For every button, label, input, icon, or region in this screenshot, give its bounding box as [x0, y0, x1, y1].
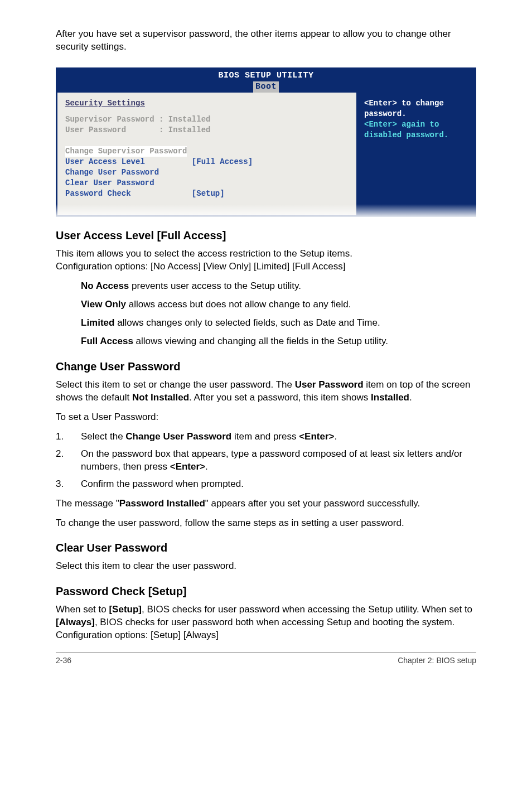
intro-paragraph: After you have set a supervisor password…	[56, 28, 476, 54]
page-number: 2-36	[56, 655, 71, 666]
view-only-desc: View Only allows access but does not all…	[81, 298, 476, 311]
bios-help-panel: <Enter> to change password. <Enter> agai…	[357, 93, 475, 215]
page-footer: 2-36 Chapter 2: BIOS setup	[56, 652, 476, 666]
user-password-label: User Password	[65, 125, 159, 134]
clear-user-password-desc: Select this item to clear the user passw…	[56, 560, 476, 573]
password-check-desc: When set to [Setup], BIOS checks for use…	[56, 603, 476, 642]
bios-title: BIOS SETUP UTILITY	[218, 71, 313, 80]
change-password-note: To change the user password, follow the …	[56, 517, 476, 530]
step-3-text: Confirm the password when prompted.	[81, 478, 476, 491]
cup-description: Select this item to set or change the us…	[56, 379, 476, 404]
step-number: 3.	[56, 478, 81, 491]
change-supervisor-password-item[interactable]: Change Supervisor Password	[65, 146, 187, 157]
user-access-level-value: [Full Access]	[192, 157, 253, 166]
ual-description: This item allows you to select the acces…	[56, 248, 476, 273]
step-number: 1.	[56, 431, 81, 443]
fade-overlay	[54, 204, 478, 219]
change-user-password-heading: Change User Password	[56, 359, 476, 374]
supervisor-password-label: Supervisor Password	[65, 115, 159, 124]
bios-tab-boot: Boot	[253, 81, 279, 93]
bios-screenshot: BIOS SETUP UTILITY Boot Security Setting…	[56, 67, 476, 218]
help-line-1: <Enter> to change	[364, 98, 468, 109]
chapter-label: Chapter 2: BIOS setup	[398, 655, 476, 666]
help-line-2: password.	[364, 109, 468, 119]
step-2-text: On the password box that appears, type a…	[81, 448, 476, 474]
set-password-steps: 1.Select the Change User Password item a…	[56, 431, 476, 491]
no-access-desc: No Access prevents user access to the Se…	[81, 280, 476, 293]
password-installed-msg: The message "Password Installed" appears…	[56, 497, 476, 510]
user-password-value: : Installed	[159, 125, 210, 134]
password-check-heading: Password Check [Setup]	[56, 584, 476, 599]
clear-user-password-item[interactable]: Clear User Password	[65, 178, 349, 189]
user-access-level-heading: User Access Level [Full Access]	[56, 228, 476, 243]
bios-left-panel: Security Settings Supervisor Password : …	[57, 93, 357, 215]
supervisor-password-value: : Installed	[159, 115, 210, 124]
step-number: 2.	[56, 448, 81, 474]
password-check-value: [Setup]	[192, 189, 225, 198]
clear-user-password-heading: Clear User Password	[56, 540, 476, 555]
help-line-4: disabled password.	[364, 130, 468, 141]
full-access-desc: Full Access allows viewing and changing …	[81, 335, 476, 348]
limited-desc: Limited allows changes only to selected …	[81, 317, 476, 330]
help-line-3: <Enter> again to	[364, 119, 468, 130]
password-check-label[interactable]: Password Check	[65, 189, 192, 198]
security-settings-heading: Security Settings	[65, 98, 349, 109]
step-1-text: Select the Change User Password item and…	[81, 431, 476, 443]
change-user-password-item[interactable]: Change User Password	[65, 167, 349, 178]
set-user-password-intro: To set a User Password:	[56, 411, 476, 424]
user-access-level-label[interactable]: User Access Level	[65, 157, 192, 166]
